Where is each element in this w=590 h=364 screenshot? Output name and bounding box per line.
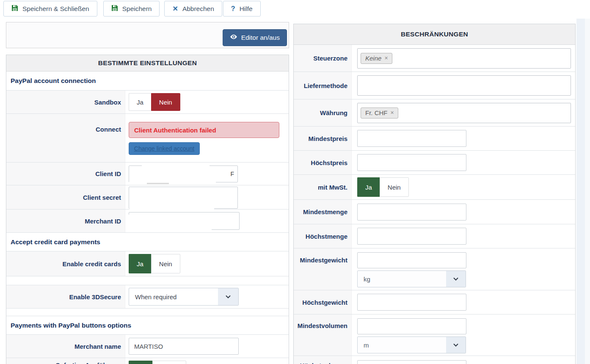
field-row-mindestvolumen: Mindestvolumen m bbox=[294, 314, 575, 356]
field-row-enable-3dsecure: Enable 3DSecure When required bbox=[6, 285, 289, 309]
cancel-button[interactable]: ✕ Abbrechen bbox=[164, 1, 222, 17]
field-row-merchant-id: Merchant ID bbox=[6, 210, 289, 233]
client-id-visible-fragment: F bbox=[230, 171, 234, 177]
save-icon bbox=[11, 5, 18, 13]
sandbox-yes-button[interactable]: Ja bbox=[129, 93, 151, 111]
restrictions-panel-title: BESCHRÄNKUNGEN bbox=[294, 24, 575, 45]
mindestmenge-label: Mindestmenge bbox=[294, 200, 352, 224]
redaction-overlay bbox=[128, 215, 212, 231]
hoechstgewicht-input[interactable] bbox=[357, 294, 466, 311]
steuerzone-tag: Keine × bbox=[361, 53, 392, 64]
save-button[interactable]: Speichern bbox=[103, 1, 160, 17]
scrollbar-track[interactable] bbox=[585, 19, 590, 364]
enable-credit-cards-no-button[interactable]: Nein bbox=[151, 254, 180, 273]
field-row-hoechstgewicht: Höchstgewicht bbox=[294, 290, 575, 314]
save-label: Speichern bbox=[122, 5, 152, 13]
editor-toggle-button[interactable]: Editor an/aus bbox=[223, 29, 287, 46]
section-credit-cards: Accept credit card payments bbox=[6, 233, 289, 251]
field-row-sandbox: Sandbox Ja Nein bbox=[6, 91, 289, 114]
sandbox-no-button[interactable]: Nein bbox=[151, 93, 180, 111]
page-background-strip bbox=[576, 19, 585, 364]
mindestmenge-input[interactable] bbox=[357, 204, 466, 221]
mindestgewicht-label: Mindestgewicht bbox=[294, 248, 352, 290]
tag-remove-icon[interactable]: × bbox=[391, 109, 394, 116]
field-row-client-secret: Client secret bbox=[6, 185, 289, 210]
liefermethode-tag-input[interactable] bbox=[357, 75, 571, 96]
waehrung-tag-text: Fr. CHF bbox=[365, 109, 388, 116]
field-row-connect: Connect Client Authentication failed Cha… bbox=[6, 114, 289, 163]
save-close-button[interactable]: Speichern & Schließen bbox=[3, 1, 97, 17]
partial-row-yes-button[interactable]: Ja bbox=[129, 361, 152, 364]
enable-credit-cards-yes-button[interactable]: Ja bbox=[129, 254, 151, 273]
question-icon: ? bbox=[231, 5, 235, 13]
field-row-mindestmenge: Mindestmenge bbox=[294, 200, 575, 224]
hoechstpreis-label: Höchstpreis bbox=[294, 151, 352, 174]
redaction-overlay bbox=[129, 175, 216, 184]
settings-panel: BESTIMMTE EINSTELLUNGEN PayPal account c… bbox=[6, 55, 289, 364]
waehrung-tag-input[interactable]: Fr. CHF × bbox=[357, 103, 571, 123]
chevron-down-icon bbox=[446, 337, 466, 353]
mit-mwst-label: mit MwSt. bbox=[294, 175, 352, 199]
redaction-overlay bbox=[130, 192, 214, 210]
field-row-hoechstmenge: Höchstmenge bbox=[294, 224, 575, 248]
spacer-row bbox=[6, 276, 289, 285]
hoechstgewicht-label: Höchstgewicht bbox=[294, 290, 352, 314]
field-row-mindestpreis: Mindestpreis bbox=[294, 127, 575, 151]
chevron-down-icon bbox=[218, 288, 238, 305]
connect-error-alert: Client Authentication failed bbox=[129, 122, 279, 138]
mit-mwst-no-button[interactable]: Nein bbox=[380, 177, 409, 197]
hoechstmenge-label: Höchstmenge bbox=[294, 224, 352, 248]
mindestvolumen-input[interactable] bbox=[357, 318, 466, 334]
help-label: Hilfe bbox=[240, 5, 253, 13]
enable-credit-cards-label: Enable credit cards bbox=[6, 251, 125, 276]
mindestvolumen-unit-select[interactable]: m bbox=[357, 336, 466, 353]
connect-label: Connect bbox=[6, 114, 125, 162]
field-row-enable-credit-cards: Enable credit cards Ja Nein bbox=[6, 251, 289, 276]
liefermethode-label: Liefermethode bbox=[294, 72, 352, 99]
change-linked-account-button[interactable]: Change linked account bbox=[129, 142, 200, 155]
sandbox-label: Sandbox bbox=[6, 91, 125, 113]
steuerzone-label: Steuerzone bbox=[294, 45, 352, 72]
hoechstpreis-input[interactable] bbox=[357, 154, 466, 171]
mindestgewicht-unit-value: kg bbox=[358, 276, 446, 283]
field-row-liefermethode: Liefermethode bbox=[294, 72, 575, 99]
partial-row-no-button[interactable]: Nein bbox=[152, 361, 186, 364]
tag-remove-icon[interactable]: × bbox=[384, 55, 388, 61]
partial-row-label: Sofortige Ausführung bbox=[6, 358, 125, 364]
partial-row-toggle: Ja Nein bbox=[129, 361, 186, 364]
field-row-merchant-name: Merchant name bbox=[6, 335, 289, 358]
help-button[interactable]: ? Hilfe bbox=[223, 1, 261, 17]
merchant-name-input[interactable] bbox=[129, 338, 239, 355]
mindestvolumen-label: Mindestvolumen bbox=[294, 314, 352, 356]
field-row-hoechstpreis: Höchstpreis bbox=[294, 151, 575, 175]
redaction-overlay bbox=[142, 164, 210, 168]
top-toolbar: Speichern & Schließen Speichern ✕ Abbrec… bbox=[0, 0, 590, 18]
field-row-hoechstvolumen: Höchstvolumen bbox=[294, 356, 575, 364]
mindestgewicht-unit-select[interactable]: kg bbox=[357, 270, 466, 287]
mindestpreis-label: Mindestpreis bbox=[294, 127, 352, 150]
field-row-client-id: Client ID F bbox=[6, 163, 289, 185]
enable-3dsecure-select[interactable]: When required bbox=[129, 288, 239, 306]
save-close-label: Speichern & Schließen bbox=[22, 5, 89, 13]
waehrung-tag: Fr. CHF × bbox=[361, 108, 398, 119]
hoechstvolumen-label: Höchstvolumen bbox=[294, 356, 352, 364]
steuerzone-tag-text: Keine bbox=[365, 55, 381, 62]
enable-3dsecure-value: When required bbox=[129, 293, 218, 301]
steuerzone-tag-input[interactable]: Keine × bbox=[357, 48, 571, 69]
settings-panel-title: BESTIMMTE EINSTELLUNGEN bbox=[6, 55, 289, 72]
editor-toggle-box: Editor an/aus bbox=[6, 22, 289, 48]
sandbox-toggle: Ja Nein bbox=[129, 93, 180, 111]
editor-toggle-label: Editor an/aus bbox=[241, 34, 280, 41]
hoechstmenge-input[interactable] bbox=[357, 228, 466, 245]
hoechstvolumen-input[interactable] bbox=[357, 360, 466, 364]
mit-mwst-yes-button[interactable]: Ja bbox=[357, 177, 380, 197]
mindestgewicht-input[interactable] bbox=[357, 252, 466, 268]
mindestvolumen-unit-value: m bbox=[358, 342, 446, 349]
field-row-waehrung: Währung Fr. CHF × bbox=[294, 99, 575, 127]
cancel-label: Abbrechen bbox=[182, 5, 214, 13]
redaction-smudge bbox=[147, 183, 169, 184]
mindestpreis-input[interactable] bbox=[357, 130, 466, 147]
field-row-steuerzone: Steuerzone Keine × bbox=[294, 45, 575, 72]
save-icon bbox=[111, 5, 118, 13]
field-row-mit-mwst: mit MwSt. Ja Nein bbox=[294, 175, 575, 200]
